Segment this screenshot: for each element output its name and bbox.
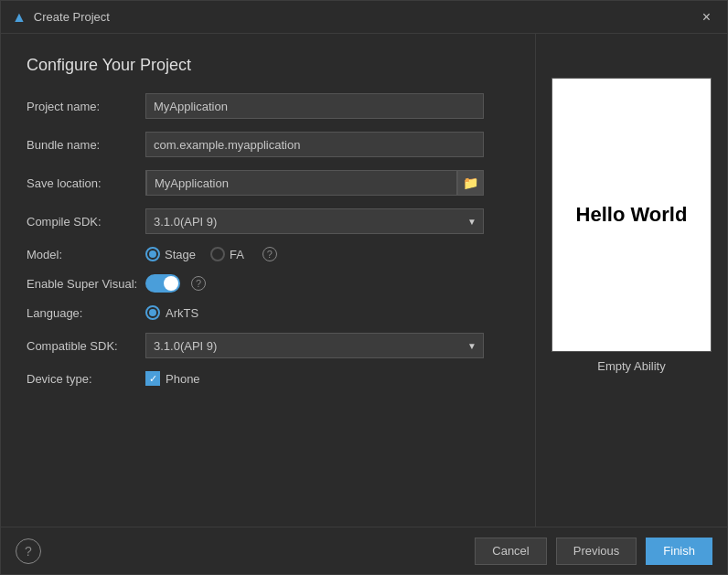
model-stage-radio[interactable]	[145, 247, 160, 261]
device-type-row: Device type: ✓ Phone	[27, 371, 509, 386]
model-help-icon[interactable]: ?	[262, 247, 277, 261]
cancel-button[interactable]: Cancel	[475, 538, 546, 565]
create-project-dialog: ▲ Create Project × Configure Your Projec…	[0, 0, 728, 575]
model-control: Stage FA ?	[145, 247, 484, 261]
device-phone-option[interactable]: ✓ Phone	[145, 371, 484, 386]
preview-label: Empty Ability	[597, 359, 665, 373]
compile-sdk-control: 3.1.0(API 9) 3.0.0(API 8) 2.0.0(API 7) ▼	[145, 208, 484, 234]
project-name-row: Project name:	[27, 93, 509, 119]
model-fa-radio[interactable]	[210, 247, 225, 261]
finish-button[interactable]: Finish	[646, 538, 712, 565]
project-name-input[interactable]	[145, 93, 484, 119]
help-button[interactable]: ?	[16, 538, 41, 564]
bundle-name-input[interactable]	[145, 132, 484, 157]
language-row: Language: ArkTS	[27, 305, 509, 320]
language-arkts-option[interactable]: ArkTS	[145, 305, 484, 320]
preview-box: Hello World	[551, 78, 712, 352]
device-type-control: ✓ Phone	[145, 371, 484, 386]
compile-sdk-select[interactable]: 3.1.0(API 9) 3.0.0(API 8) 2.0.0(API 7)	[145, 208, 484, 234]
left-panel: Configure Your Project Project name: Bun…	[1, 34, 535, 527]
model-row: Model: Stage FA ?	[27, 247, 509, 261]
checkmark-icon: ✓	[149, 373, 157, 385]
save-location-control: 📁	[145, 170, 484, 196]
compatible-sdk-label: Compatible SDK:	[27, 339, 145, 353]
super-visual-label: Enable Super Visual:	[27, 277, 145, 291]
right-panel: Hello World Empty Ability	[535, 34, 727, 527]
language-arkts-label: ArkTS	[166, 306, 198, 320]
compatible-sdk-select[interactable]: 3.1.0(API 9) 3.0.0(API 8) 2.0.0(API 7)	[145, 333, 484, 358]
device-phone-label: Phone	[166, 372, 200, 386]
project-name-control	[145, 93, 484, 119]
super-visual-toggle[interactable]	[145, 274, 180, 293]
save-location-wrapper: 📁	[145, 170, 484, 196]
save-location-row: Save location: 📁	[27, 170, 509, 196]
footer-buttons: Cancel Previous Finish	[475, 538, 712, 565]
browse-folder-button[interactable]: 📁	[457, 171, 483, 195]
super-visual-help-icon[interactable]: ?	[191, 276, 206, 291]
dialog-title: Create Project	[34, 10, 110, 24]
language-label: Language:	[27, 306, 145, 320]
section-title: Configure Your Project	[27, 56, 509, 75]
bundle-name-control	[145, 132, 484, 157]
model-label: Model:	[27, 248, 145, 261]
language-arkts-radio[interactable]	[145, 305, 160, 320]
bundle-name-row: Bundle name:	[27, 132, 509, 157]
compatible-sdk-row: Compatible SDK: 3.1.0(API 9) 3.0.0(API 8…	[27, 333, 509, 358]
super-visual-row: Enable Super Visual: ?	[27, 274, 509, 293]
device-phone-checkbox[interactable]: ✓	[145, 371, 160, 386]
previous-button[interactable]: Previous	[556, 538, 637, 565]
project-name-label: Project name:	[27, 100, 145, 113]
model-fa-option[interactable]: FA	[210, 247, 244, 261]
compatible-sdk-control: 3.1.0(API 9) 3.0.0(API 8) 2.0.0(API 7) ▼	[145, 333, 484, 358]
super-visual-control: ?	[145, 274, 484, 293]
device-type-label: Device type:	[27, 372, 145, 386]
model-fa-label: FA	[230, 248, 244, 261]
save-location-label: Save location:	[27, 176, 145, 190]
bundle-name-label: Bundle name:	[27, 138, 145, 152]
save-location-input[interactable]	[146, 170, 457, 196]
model-radio-group: Stage FA ?	[145, 247, 484, 261]
hello-world-text: Hello World	[576, 203, 688, 227]
close-button[interactable]: ×	[697, 8, 716, 27]
compile-sdk-row: Compile SDK: 3.1.0(API 9) 3.0.0(API 8) 2…	[27, 208, 509, 234]
toggle-thumb	[164, 276, 178, 291]
app-icon: ▲	[12, 9, 27, 26]
dialog-footer: ? Cancel Previous Finish	[1, 527, 727, 574]
model-stage-label: Stage	[165, 248, 196, 261]
title-bar-left: ▲ Create Project	[12, 9, 110, 26]
compile-sdk-label: Compile SDK:	[27, 215, 145, 229]
dialog-body: Configure Your Project Project name: Bun…	[1, 34, 727, 527]
model-stage-option[interactable]: Stage	[145, 247, 196, 261]
title-bar: ▲ Create Project ×	[1, 1, 727, 34]
language-control: ArkTS	[145, 305, 484, 320]
